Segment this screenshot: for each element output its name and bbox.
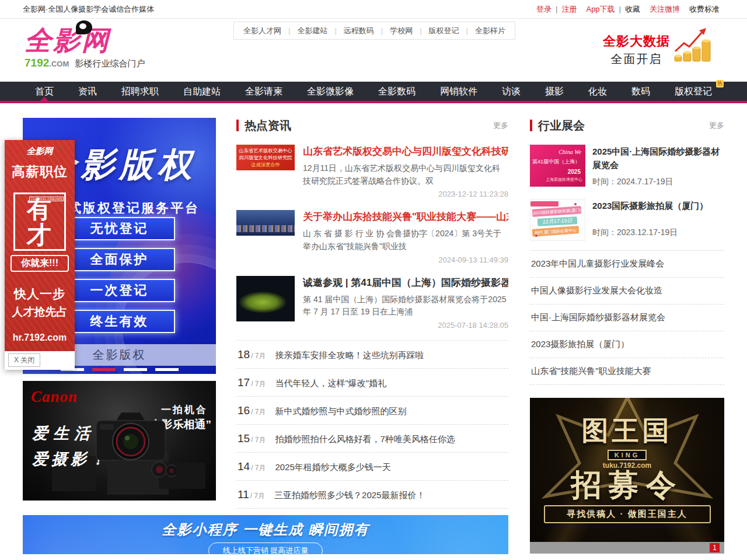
expo-item-title[interactable]: 2025中国·上海国际婚纱摄影器材展览会 <box>592 145 724 172</box>
news-month: / 7月 <box>251 435 266 445</box>
promo-line2: 全面开启 <box>603 51 670 67</box>
thumb-text: 上海新国际博览中心 <box>546 177 582 183</box>
news-day: 18 <box>238 348 250 361</box>
logo-subline: 7192.COM 影楼行业综合门户 <box>25 57 145 69</box>
news-list-item[interactable]: 18 / 7月 接亲婚车安排全攻略！这些坑别再踩啦 <box>236 341 508 369</box>
nav-item[interactable]: 版权登记 热 <box>662 82 724 101</box>
nav-item[interactable]: 化妆 <box>576 82 619 101</box>
nav-item-label: 全影微影像 <box>307 86 354 96</box>
nav-item-label: 化妆 <box>588 86 607 96</box>
topbar-link[interactable]: | <box>619 0 621 19</box>
news-list-item[interactable]: 15 / 7月 拍婚纱照拍什么风格好看，7种唯美风格任你选 <box>236 425 508 453</box>
expo-more-link[interactable]: 更多 <box>709 120 724 131</box>
quicklink[interactable]: 版权登记 <box>429 26 475 36</box>
nav-item-label: 全影数码 <box>378 86 416 96</box>
nav-item-label: 资讯 <box>78 86 97 96</box>
expo-list-item[interactable]: 2023摄影旅拍展（厦门） <box>530 331 724 358</box>
site-logo[interactable]: 全影网 7192.COM 影楼行业综合门户 <box>25 26 145 69</box>
news-item-body: 诚邀参观 | 第41届中国（上海）国际婚纱摄影器 第 41 届中国（上海）国际婚… <box>303 276 508 330</box>
quicklink[interactable]: 远程数码 <box>344 26 390 36</box>
nav-item[interactable]: 摄影 <box>533 82 576 101</box>
news-featured-item[interactable]: 山东省艺术版权交易中心 四川版玺文化科技研究院 达成深度合作 山东省艺术版权交易… <box>236 145 508 198</box>
nav-item-label: 全影请柬 <box>245 86 282 96</box>
popup-close-button[interactable]: X 关闭 <box>8 354 40 367</box>
news-list-title: 新中式婚纱照与中式婚纱照的区别 <box>275 406 406 417</box>
nav-item[interactable]: 网销软件 <box>428 82 490 101</box>
news-list-item[interactable]: 17 / 7月 当代年轻人，这样"爆改"婚礼 <box>236 369 508 397</box>
news-item-title[interactable]: 关于举办山东拾技能兴鲁"职业技能大赛——山东 <box>303 210 508 223</box>
topbar-link[interactable]: 登录 <box>536 0 551 19</box>
miniprogram-button[interactable]: 线上线下营销 提高进店量 <box>208 542 323 554</box>
expo-list-item[interactable]: 2023年中国儿童摄影行业发展峰会 <box>530 251 724 278</box>
news-thumbnail <box>236 276 295 321</box>
nav-item[interactable]: 资讯 <box>66 82 109 101</box>
expo-thumbnail: China We 第41届中国（上海） 2025 上海新国际博览中心 <box>530 145 585 187</box>
news-list-item[interactable]: 16 / 7月 新中式婚纱照与中式婚纱照的区别 <box>236 397 508 425</box>
nav-item[interactable]: 自助建站 <box>171 82 233 101</box>
carousel-dash[interactable] <box>155 368 179 371</box>
news-day: 14 <box>238 460 250 473</box>
nav-item[interactable]: 全影微影像 <box>295 82 366 101</box>
news-item-title[interactable]: 山东省艺术版权交易中心与四川版玺文化科技研 <box>303 145 508 158</box>
expo-featured-item[interactable]: China We 第41届中国（上海） 2025 上海新国际博览中心 2025中… <box>530 145 724 187</box>
news-item-date: 2023-12-12 11:23:28 <box>303 190 508 198</box>
expo-list: 2023年中国儿童摄影行业发展峰会 中国人像摄影行业发展大会化妆造 中国·上海国… <box>530 250 724 385</box>
promo-line1: 全影大数据 <box>603 33 670 50</box>
nav-item[interactable]: 首页 <box>23 82 66 101</box>
quicklink[interactable]: 全影样片 <box>475 26 505 36</box>
miniprogram-banner[interactable]: 全影小程序 一键生成 瞬间拥有 线上线下营销 提高进店量 <box>23 515 508 554</box>
topbar-link[interactable]: 关注微博 <box>650 0 680 19</box>
nav-item[interactable]: 招聘求职 <box>109 82 171 101</box>
nav-item[interactable]: 数码 <box>619 82 662 101</box>
expo-item-time: 时间：2023.12.17-19日 <box>592 228 724 238</box>
news-featured-item[interactable]: 诚邀参观 | 第41届中国（上海）国际婚纱摄影器 第 41 届中国（上海）国际婚… <box>236 276 508 330</box>
news-more-link[interactable]: 更多 <box>493 120 508 131</box>
news-day: 11 <box>238 488 249 501</box>
quicklink[interactable]: 全影人才网 <box>243 26 297 36</box>
gold-coins-chart-icon <box>673 27 712 65</box>
expo-list-item[interactable]: 中国人像摄影行业发展大会化妆造 <box>530 278 724 304</box>
news-item-title[interactable]: 诚邀参观 | 第41届中国（上海）国际婚纱摄影器 <box>303 276 508 289</box>
news-list-title: 当代年轻人，这样"爆改"婚礼 <box>275 378 386 389</box>
expo-list-item[interactable]: 山东省"技能兴鲁"职业技能大赛 <box>530 358 724 385</box>
expo-featured-item[interactable]: 2023国际摄影旅拍展(厦门) 12月17-19日 相约 厦门国际会展中心 20… <box>530 199 724 241</box>
logo-tagline: 影楼行业综合门户 <box>75 58 145 68</box>
topbar-link[interactable]: 收费标准 <box>689 0 720 19</box>
nav-item[interactable]: 全影数码 <box>366 82 428 101</box>
banner-feature-button[interactable]: 无忧登记 <box>64 217 175 240</box>
expo-list-item[interactable]: 中国·上海国际婚纱摄影器材展览会 <box>530 304 724 331</box>
expo-section-title: 行业展会 <box>538 118 585 134</box>
tuku-kingdom-banner[interactable]: 图王国 KING tuku.7192.com 招募令 寻找供稿人 · 做图王国主… <box>530 398 724 542</box>
carousel-dash-active[interactable] <box>92 368 116 371</box>
topbar-link[interactable]: 注册 <box>561 0 577 19</box>
topbar-link[interactable]: App下载 <box>586 0 615 19</box>
expo-column: 行业展会 更多 China We 第41届中国（上海） 2025 上海新国际博览… <box>530 118 724 554</box>
banner-feature-button[interactable]: 一次登记 <box>64 279 175 302</box>
news-day: 16 <box>238 404 250 417</box>
nav-item[interactable]: 访谈 <box>490 82 533 101</box>
banner-page-number[interactable]: 1 <box>710 543 720 552</box>
bigdata-promo[interactable]: 全影大数据 全面开启 <box>603 33 670 67</box>
popup-sub-text: 你就来!!! <box>11 255 69 272</box>
canon-ad[interactable]: Canon 爱生活 爱摄影！ 一拍机合 “全影乐相通” <box>23 381 216 501</box>
topbar-link[interactable]: 收藏 <box>625 0 640 19</box>
carousel-dash[interactable] <box>124 368 147 371</box>
topbar-link[interactable]: | <box>556 0 557 19</box>
site-slogan: 全影网·全国人像摄影学会诚信合作媒体 <box>23 0 154 19</box>
nav-item-label: 招聘求职 <box>121 86 159 96</box>
news-item-date: 2024-09-13 11:49:39 <box>303 256 508 264</box>
news-list-item[interactable]: 11 / 7月 三亚拍婚纱照多少钱？2025最新报价！ <box>236 481 508 509</box>
banner-pager-strip: 1 <box>530 542 724 554</box>
news-featured-item[interactable]: 关于举办山东拾技能兴鲁"职业技能大赛——山东 山 东 省 摄 影 行 业 协 会… <box>236 210 508 264</box>
job-popup-body[interactable]: 全影网 高薪职位 有才 CHASING DREAMS 你就来!!! 快人一步 人… <box>5 140 75 351</box>
quicklink[interactable]: 学校网 <box>390 26 428 36</box>
nav-item[interactable]: 全影请柬 <box>233 82 295 101</box>
banner-feature-button[interactable]: 终生有效 <box>64 310 175 333</box>
job-popup-ad[interactable]: 全影网 高薪职位 有才 CHASING DREAMS 你就来!!! 快人一步 人… <box>5 140 75 370</box>
ribbon-decor <box>530 201 558 206</box>
quicklink[interactable]: 全影建站 <box>297 26 343 36</box>
expo-item-title[interactable]: 2023国际摄影旅拍展（厦门） <box>592 199 724 212</box>
news-list-item[interactable]: 14 / 7月 2025年租婚纱大概多少钱一天 <box>236 453 508 481</box>
nav-item-label: 摄影 <box>545 86 564 96</box>
banner-feature-button[interactable]: 全面保护 <box>64 248 175 271</box>
